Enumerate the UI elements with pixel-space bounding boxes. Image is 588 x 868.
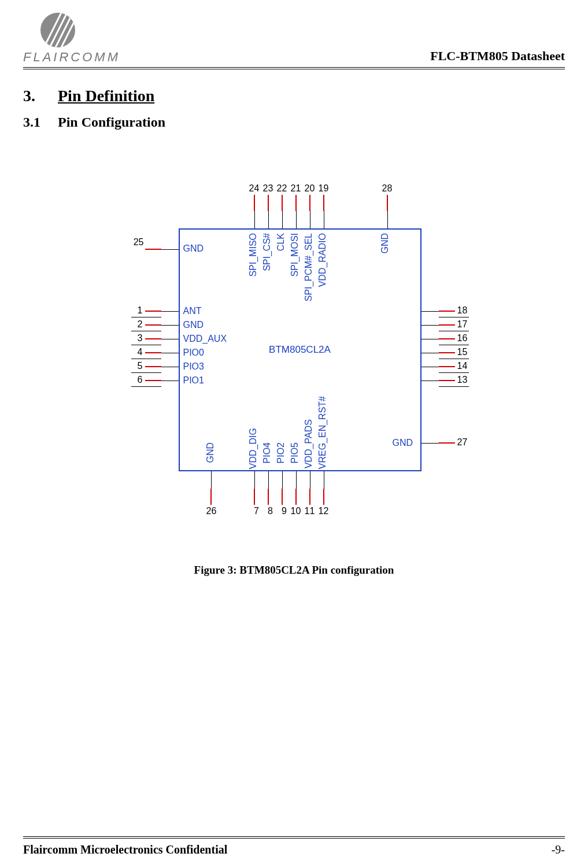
pin-lead	[145, 324, 161, 326]
pin-number: 3	[131, 333, 143, 343]
pin-label: UART_TX	[413, 348, 589, 358]
pin-label: GND	[205, 442, 216, 463]
pin-lead	[145, 249, 161, 250]
pin-label: PIO4	[262, 442, 272, 463]
pin-lead	[295, 489, 297, 505]
pin-label: VDD_IN	[413, 375, 589, 386]
pin-label: VDD_AUX	[183, 334, 227, 344]
pin-label: VREG_EN_RST#	[317, 396, 328, 469]
pin-label: UART_CTS	[413, 306, 589, 316]
pin-number: 6	[131, 375, 143, 385]
pin-underline	[439, 372, 469, 373]
subsection-number: 3.1	[23, 114, 58, 130]
pin-lead-ext	[296, 211, 297, 228]
pin-underline	[439, 359, 469, 359]
figure-caption: Figure 3: BTM805CL2A Pin configuration	[23, 564, 565, 577]
pin-lead-ext	[161, 339, 179, 339]
pin-lead	[387, 195, 388, 211]
pin-lead-ext	[268, 211, 269, 228]
pin-label: SPI_CS#	[262, 233, 272, 271]
pin-lead-ext	[254, 211, 255, 228]
pin-lead-ext	[421, 443, 439, 444]
pin-underline	[439, 345, 469, 345]
pin-lead	[210, 489, 212, 505]
pin-underline	[439, 386, 469, 387]
pin-lead-ext	[161, 381, 179, 381]
pin-lead	[268, 489, 269, 505]
pin-label: SPI_MOSI	[290, 233, 300, 277]
section-number: 3.	[23, 87, 58, 105]
pin-lead-ext	[254, 471, 255, 489]
pin-label: GND	[393, 438, 413, 448]
document-title: FLC-BTM805 Datasheet	[430, 49, 565, 65]
pin-underline	[439, 331, 469, 331]
pin-number: 12	[315, 506, 332, 516]
pin-lead-ext	[310, 471, 310, 489]
pin-lead-ext	[161, 367, 179, 367]
pin-lead	[145, 338, 161, 339]
pin-lead-ext	[282, 471, 283, 489]
footer-page-number: -9-	[552, 843, 565, 856]
pin-number: 1	[131, 305, 143, 316]
pin-number: 4	[131, 347, 143, 357]
pin-label: PIO0	[183, 348, 204, 358]
pin-lead	[268, 195, 269, 211]
chip-name: BTM805CL2A	[269, 344, 331, 356]
pin-label: GND	[183, 320, 204, 330]
subsection-text: Pin Configuration	[58, 114, 165, 130]
pin-lead	[439, 442, 455, 444]
section-text: Pin Definition	[58, 87, 154, 105]
pin-lead	[323, 195, 324, 211]
pin-lead	[254, 195, 255, 211]
pin-number: 19	[315, 183, 332, 194]
pin-lead	[309, 195, 310, 211]
footer-confidential: Flaircomm Microelectronics Confidential	[23, 843, 227, 856]
pin-lead-ext	[161, 311, 179, 312]
pin-underline	[131, 359, 161, 359]
pin-number: 2	[131, 319, 143, 330]
pin-lead	[145, 366, 161, 367]
logo-block: FLAIRCOMM	[23, 12, 120, 65]
pin-lead-ext	[296, 471, 297, 489]
logo-icon	[39, 12, 76, 49]
pin-lead-ext	[324, 471, 324, 489]
pin-label: SPI_MISO	[248, 233, 258, 277]
pin-underline	[131, 345, 161, 345]
pin-number: 25	[129, 237, 144, 248]
pin-underline	[131, 317, 161, 317]
pin-lead-ext	[161, 249, 179, 250]
pin-lead-ext	[161, 353, 179, 353]
pin-lead-ext	[387, 211, 388, 228]
pin-lead-ext	[211, 471, 212, 489]
pin-lead	[282, 489, 283, 505]
pin-label: VREG_OUT_HV	[413, 361, 589, 372]
pin-label: PIO5	[290, 442, 300, 463]
pin-label: PIO1	[183, 375, 204, 386]
pin-label: VDD_RADIO	[317, 233, 328, 287]
pin-label: GND	[380, 233, 390, 254]
pin-label: GND	[183, 243, 204, 254]
page: FLAIRCOMM FLC-BTM805 Datasheet 3.Pin Def…	[0, 0, 588, 868]
pin-lead	[309, 489, 310, 505]
pin-label: CLK	[276, 233, 286, 251]
pin-lead	[282, 195, 283, 211]
pin-lead	[323, 489, 324, 505]
pin-label: UART_RX	[413, 334, 589, 344]
pin-label: UART_RTS	[413, 320, 589, 330]
logo-text: FLAIRCOMM	[23, 50, 120, 65]
pin-lead-ext	[310, 211, 310, 228]
pin-number: 26	[203, 506, 220, 516]
pin-label: PIO2	[276, 442, 286, 463]
page-header: FLAIRCOMM FLC-BTM805 Datasheet	[23, 12, 565, 69]
pin-lead	[145, 311, 161, 312]
page-footer: Flaircomm Microelectronics Confidential …	[23, 836, 565, 856]
pin-lead	[145, 380, 161, 381]
pin-number: 28	[379, 183, 396, 194]
pin-label: ANT	[183, 306, 202, 316]
pin-label: SPI_PCM#_SEL	[304, 233, 314, 301]
pin-underline	[131, 372, 161, 373]
pin-label: PIO3	[183, 361, 204, 372]
pin-lead	[145, 352, 161, 353]
pin-number: 27	[457, 437, 468, 448]
pin-lead-ext	[161, 325, 179, 326]
